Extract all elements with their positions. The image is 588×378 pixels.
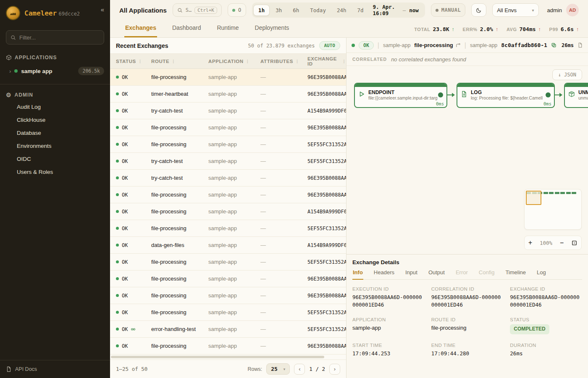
detail-tab[interactable]: Output — [428, 269, 445, 280]
logo-row: Cameleer 69dcce2 « — [0, 0, 110, 24]
main-tab[interactable]: Deployments — [254, 20, 290, 37]
sort-icon: ⋮ — [246, 59, 250, 63]
table-row[interactable]: OK error-handling-test sample-app — 5EF5… — [110, 321, 346, 338]
copy-icon[interactable] — [551, 42, 556, 48]
table-row[interactable]: OK try-catch-test sample-app — 5EF55FC31… — [110, 153, 346, 170]
main-tab[interactable]: Runtime — [216, 20, 239, 37]
sidebar-admin-item[interactable]: OIDC — [0, 152, 110, 165]
status-dot — [116, 160, 119, 163]
detail-tab[interactable]: Log — [536, 269, 546, 280]
status-dot — [352, 44, 355, 47]
table-row[interactable]: OK file-processing sample-app — 96E395B0… — [110, 186, 346, 203]
filter-input[interactable] — [19, 34, 100, 41]
prev-page-button[interactable]: ‹ — [294, 364, 305, 375]
theme-toggle-button[interactable] — [471, 3, 486, 17]
expand-chevron-icon[interactable]: › — [9, 68, 11, 74]
detail-tab[interactable]: Error — [455, 269, 468, 280]
date-range-display[interactable]: 9. Apr. 16:09 — now — [370, 4, 424, 16]
exchange-id-cell: 96E395B0088AA6D — [307, 91, 346, 97]
breadcrumb-exchange-id[interactable]: 8c0affadb860-1 — [501, 42, 547, 48]
app-title-group: Cameleer 69dcce2 — [24, 9, 80, 17]
exchange-id-cell: 5EF55FC31352A71 — [307, 259, 346, 265]
column-header[interactable]: ATTRIBUTES ⋮ — [260, 59, 307, 64]
table-row[interactable]: OK try-catch-test sample-app — A154B9A99… — [110, 102, 346, 119]
time-range-button[interactable]: 24h — [332, 5, 352, 16]
column-header[interactable]: APPLICATION ⋮ — [208, 59, 260, 64]
time-range-button[interactable]: Today — [305, 5, 331, 16]
next-page-button[interactable]: › — [329, 364, 340, 375]
environment-selector[interactable]: All Envs ▾ — [492, 3, 538, 17]
time-range-button[interactable]: 7d — [352, 5, 369, 16]
table-row[interactable]: OK file-processing sample-app — 96E395B0… — [110, 338, 346, 354]
table-row[interactable]: OK file-processing sample-app — A154B9A9… — [110, 203, 346, 220]
table-row[interactable]: OK file-processing sample-app — 96E395B0… — [110, 270, 346, 287]
time-range-button[interactable]: 1h — [253, 5, 270, 16]
scrollbar-thumb[interactable] — [111, 356, 324, 358]
column-header[interactable]: ROUTE ⋮ — [151, 59, 208, 64]
breadcrumb-route[interactable]: file-processing — [414, 42, 460, 48]
table-row[interactable]: OK file-processing sample-app — 96E395B0… — [110, 287, 346, 304]
table-row[interactable]: OK data-gen-files sample-app — A154B9A99… — [110, 237, 346, 254]
route-cell: error-handling-test — [151, 326, 208, 332]
download-json-button[interactable]: ↓ JSON — [552, 69, 582, 80]
metric-label: TOTAL — [414, 27, 430, 32]
manual-refresh-button[interactable]: MANUAL — [431, 3, 465, 17]
attributes-cell: — — [260, 91, 307, 97]
flow-minimap[interactable] — [524, 189, 582, 230]
sort-icon: ⋮ — [295, 59, 299, 63]
time-range-button[interactable]: 6h — [288, 5, 304, 16]
detail-tab[interactable]: Timeline — [505, 269, 526, 280]
sidebar-admin-item[interactable]: Database — [0, 126, 110, 139]
field-label: START TIME — [352, 343, 425, 348]
global-search[interactable]: S… Ctrl+K — [173, 3, 222, 17]
flow-node-endpoint[interactable]: ENDPOINT file:{{cameleer.sample.input-di… — [354, 83, 447, 108]
flow-node-log[interactable]: LOG log: Processing file: ${header.Camel… — [457, 83, 555, 108]
detail-tab[interactable]: Headers — [373, 269, 395, 280]
fit-view-icon[interactable] — [571, 240, 578, 246]
zoom-out-button[interactable]: − — [560, 239, 564, 247]
zoom-in-button[interactable]: + — [528, 239, 532, 247]
main-tabs: Exchanges Dashboard Runtime Deployments — [124, 20, 290, 37]
main-tab[interactable]: Dashboard — [171, 20, 202, 37]
table-row[interactable]: OK file-processing sample-app — 96E395B0… — [110, 69, 346, 86]
rows-per-page-select[interactable]: 25 ▾ — [266, 363, 290, 375]
search-shortcut: Ctrl+K — [194, 7, 217, 14]
field-label: STATUS — [510, 317, 582, 322]
breadcrumb-application[interactable]: sample-app — [383, 42, 410, 48]
search-icon — [177, 8, 183, 13]
application-cell: sample-app — [208, 158, 260, 164]
document-icon[interactable] — [578, 42, 583, 48]
flow-node-unmarshal[interactable]: UNMA unmars — [564, 83, 588, 108]
detail-tab[interactable]: Config — [478, 269, 495, 280]
auto-refresh-badge[interactable]: AUTO — [319, 41, 341, 50]
table-row[interactable]: OK timer-heartbeat sample-app — 96E395B0… — [110, 86, 346, 102]
minimap-viewport[interactable] — [526, 191, 541, 205]
table-row[interactable]: OK file-processing sample-app — 5EF55FC3… — [110, 254, 346, 270]
sidebar-item-sample-app[interactable]: › sample app 206.5k — [0, 63, 110, 79]
detail-tab[interactable]: Info — [352, 269, 363, 280]
status-dot — [116, 294, 119, 297]
sidebar-admin-item[interactable]: Audit Log — [0, 100, 110, 113]
column-header[interactable]: EXCHANGE ID ⋮ — [307, 56, 346, 66]
column-header[interactable]: STATUS ⋮ — [116, 59, 151, 64]
sidebar-collapse-button[interactable]: « — [101, 6, 104, 13]
column-label: STATUS — [116, 59, 136, 64]
table-row[interactable]: OK try-catch-test sample-app — 96E395B00… — [110, 170, 346, 186]
table-row[interactable]: OK file-processing sample-app — 5EF55FC3… — [110, 304, 346, 321]
table-row[interactable]: OK file-processing sample-app — 5EF55FC3… — [110, 220, 346, 237]
table-row[interactable]: OK file-processing sample-app — 5EF55FC3… — [110, 136, 346, 153]
avatar[interactable]: AD — [566, 4, 579, 16]
metric-value: 23.8K — [433, 26, 449, 32]
breadcrumb-application[interactable]: sample-app — [470, 42, 497, 48]
detail-tab[interactable]: Input — [405, 269, 418, 280]
time-range-button[interactable]: 3h — [270, 5, 287, 16]
sidebar-admin-item[interactable]: ClickHouse — [0, 113, 110, 126]
sidebar-admin-item[interactable]: Environments — [0, 139, 110, 152]
sidebar-item-api-docs[interactable]: API Docs — [0, 360, 110, 378]
table-row[interactable]: OK file-processing sample-app — 96E395B0… — [110, 119, 346, 136]
main-tab[interactable]: Exchanges — [124, 20, 157, 37]
application-cell: sample-app — [208, 326, 260, 332]
sidebar-admin-item[interactable]: Users & Roles — [0, 165, 110, 178]
route-flow-canvas[interactable]: ↓ JSON ENDPOINT file:{{cameleer.sample.i… — [346, 66, 588, 254]
live-status-button[interactable]: O — [228, 3, 246, 17]
